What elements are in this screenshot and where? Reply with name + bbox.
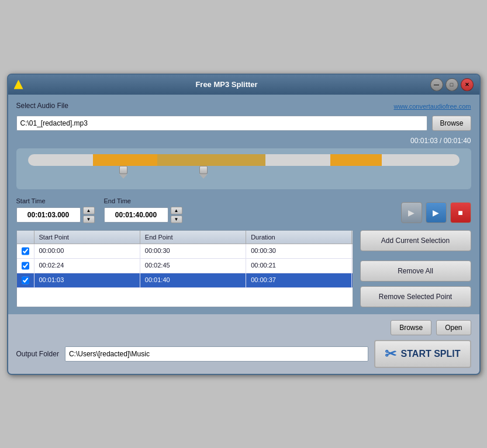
time-controls-row: Start Time ▲ ▼ End Time ▲ ▼ [16, 197, 471, 223]
row2-checkbox[interactable] [22, 262, 29, 270]
bottom-buttons-row: Browse Open [16, 320, 471, 335]
title-bar-center: Free MP3 Splitter [23, 80, 430, 89]
browse-output-button[interactable]: Browse [391, 320, 431, 335]
waveform-container [16, 148, 471, 189]
end-time-group: End Time ▲ ▼ [104, 197, 182, 223]
main-content: Select Audio File www.convertaudiofree.c… [8, 95, 479, 314]
start-time-down-button[interactable]: ▼ [83, 216, 95, 223]
start-split-label: START SPLIT [401, 349, 461, 359]
col-duration: Duration [246, 231, 352, 244]
close-button[interactable]: ✕ [461, 78, 474, 91]
col-end: End Point [140, 231, 246, 244]
start-time-input[interactable] [16, 207, 81, 223]
bottom-section: Browse Open Output Folder ✂ START SPLIT [8, 314, 479, 374]
end-thumb-arrow [199, 174, 208, 179]
scissors-icon: ✂ [385, 346, 396, 362]
row2-duration: 00:00:21 [246, 259, 352, 273]
row1-start: 00:00:00 [34, 244, 140, 258]
side-buttons: Add Current Selection Remove All Remove … [360, 230, 471, 307]
play-blue-icon: ▶ [433, 208, 439, 217]
playback-controls: ▶ ▶ ■ [401, 202, 471, 223]
window-title: Free MP3 Splitter [195, 80, 257, 89]
end-time-down-button[interactable]: ▼ [171, 216, 182, 223]
row2-end: 00:02:45 [140, 259, 246, 273]
row1-duration: 00:00:30 [246, 244, 352, 258]
play-gray-icon: ▶ [408, 208, 415, 217]
play-blue-button[interactable]: ▶ [426, 202, 447, 223]
website-link[interactable]: www.convertaudiofree.com [393, 103, 471, 110]
start-thumb[interactable] [119, 166, 127, 179]
row3-check-cell [17, 273, 34, 287]
output-folder-input[interactable] [65, 346, 368, 362]
end-time-label: End Time [104, 197, 182, 204]
remove-selected-point-button[interactable]: Remove Selected Point [360, 286, 471, 307]
play-gray-button[interactable]: ▶ [401, 202, 422, 223]
segments-table: Start Point End Point Duration 00:00:00 … [16, 230, 353, 307]
slider-track[interactable] [28, 154, 460, 166]
row3-end: 00:01:40 [140, 273, 246, 287]
start-time-group: Start Time ▲ ▼ [16, 197, 95, 223]
select-audio-label: Select Audio File [16, 102, 68, 110]
open-button[interactable]: Open [436, 320, 471, 335]
maximize-button[interactable]: □ [445, 78, 458, 91]
title-bar-left [14, 80, 23, 89]
row1-check-cell [17, 244, 34, 258]
end-thumb-top [199, 166, 208, 174]
start-time-up-button[interactable]: ▲ [83, 207, 95, 214]
start-thumb-top [119, 166, 127, 174]
table-row[interactable]: 00:01:03 00:01:40 00:00:37 [17, 273, 353, 288]
end-time-spinners: ▲ ▼ [171, 207, 182, 223]
add-current-selection-button[interactable]: Add Current Selection [360, 230, 471, 251]
browse-file-button[interactable]: Browse [432, 116, 471, 131]
start-thumb-arrow [119, 174, 127, 179]
row3-duration: 00:00:37 [246, 273, 352, 287]
end-thumb[interactable] [199, 166, 208, 179]
main-section: Start Point End Point Duration 00:00:00 … [16, 230, 471, 307]
row3-checkbox[interactable] [22, 276, 29, 284]
end-time-up-button[interactable]: ▲ [171, 207, 182, 214]
output-row: Output Folder ✂ START SPLIT [16, 340, 471, 368]
table-row[interactable]: 00:00:00 00:00:30 00:00:30 [17, 244, 353, 259]
col-check [17, 231, 34, 244]
file-row: Browse [16, 116, 471, 131]
start-time-spinners: ▲ ▼ [83, 207, 95, 223]
time-display: 00:01:03 / 00:01:40 [16, 137, 471, 145]
row2-start: 00:02:24 [34, 259, 140, 273]
table-header: Start Point End Point Duration [17, 231, 353, 244]
output-folder-label: Output Folder [16, 350, 59, 358]
row3-start: 00:01:03 [34, 273, 140, 287]
slider-thumb-container [22, 166, 465, 183]
start-split-button[interactable]: ✂ START SPLIT [374, 340, 471, 368]
file-path-input[interactable] [16, 116, 428, 131]
stop-button[interactable]: ■ [450, 202, 471, 223]
table-row[interactable]: 00:02:24 00:02:45 00:00:21 [17, 259, 353, 273]
end-time-input-row: ▲ ▼ [104, 207, 182, 223]
col-start: Start Point [34, 231, 140, 244]
title-bar: Free MP3 Splitter — □ ✕ [8, 75, 479, 95]
remove-all-button[interactable]: Remove All [360, 261, 471, 282]
main-window: Free MP3 Splitter — □ ✕ Select Audio Fil… [7, 74, 481, 375]
end-time-input[interactable] [104, 207, 168, 223]
row2-check-cell [17, 259, 34, 273]
row1-end: 00:00:30 [140, 244, 246, 258]
row1-checkbox[interactable] [22, 247, 29, 255]
minimize-button[interactable]: — [430, 78, 443, 91]
stop-icon: ■ [458, 208, 462, 217]
start-time-input-row: ▲ ▼ [16, 207, 95, 223]
table-body: 00:00:00 00:00:30 00:00:30 00:02:24 00:0… [17, 244, 353, 288]
window-controls: — □ ✕ [430, 78, 474, 91]
app-icon [14, 80, 23, 89]
start-time-label: Start Time [16, 197, 95, 204]
